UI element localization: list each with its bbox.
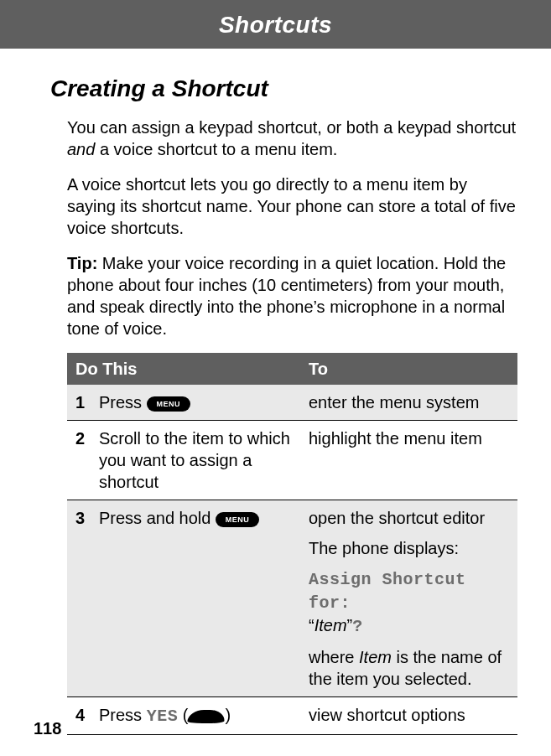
item-placeholder: Item [314, 616, 347, 634]
header-title: Shortcuts [219, 12, 332, 38]
tip-body: Make your voice recording in a quiet loc… [67, 254, 506, 338]
step-action: Press MENU [91, 385, 300, 421]
action-prefix: Press [99, 393, 147, 412]
instruction-table: Do This To 1 Press MENU enter the menu s… [67, 353, 517, 735]
softkey-icon [188, 710, 226, 723]
action-prefix: Press [99, 706, 147, 724]
step-action: Scroll to the item to which you want to … [91, 420, 300, 500]
where-b: Item [359, 648, 392, 666]
paragraph-tip: Tip: Make your voice recording in a quie… [67, 252, 517, 339]
step-action: Press YES () [91, 696, 300, 734]
assign-label: Assign Shortcut for: [309, 570, 466, 613]
step-result: open the shortcut editor The phone displ… [300, 500, 517, 696]
table-row: 1 Press MENU enter the menu system [67, 385, 517, 421]
question-mark: ? [352, 617, 363, 636]
p1-text-a: You can assign a keypad shortcut, or bot… [67, 118, 516, 137]
step-number: 2 [67, 420, 91, 500]
result-line: open the shortcut editor [309, 507, 509, 529]
menu-key-icon: MENU [216, 512, 259, 527]
step-result: view shortcut options [300, 696, 517, 734]
quote-open: “ [309, 616, 314, 634]
p1-text-b: and [67, 140, 95, 158]
page-number: 118 [34, 717, 61, 739]
step-result: enter the menu system [300, 385, 517, 421]
table-header-row: Do This To [67, 353, 517, 385]
p1-text-c: a voice shortcut to a menu item. [95, 140, 337, 158]
step-number: 1 [67, 385, 91, 421]
result-where: where Item is the name of the item you s… [309, 646, 509, 690]
menu-key-icon: MENU [147, 396, 190, 412]
step-result: highlight the menu item [300, 420, 517, 500]
table-row: 3 Press and hold MENU open the shortcut … [67, 500, 517, 696]
result-line: The phone displays: [309, 537, 509, 559]
paragraph-1: You can assign a keypad shortcut, or bot… [67, 117, 517, 160]
where-a: where [309, 648, 359, 666]
tip-label: Tip: [67, 254, 97, 272]
table-row: 4 Press YES () view shortcut options [67, 696, 517, 734]
section-title: Creating a Shortcut [50, 74, 517, 104]
result-display: Assign Shortcut for: “Item”? [309, 567, 509, 638]
action-prefix: Press and hold [99, 509, 216, 527]
yes-label: YES [147, 707, 179, 726]
paren-close: ) [225, 706, 231, 724]
col-do-this: Do This [67, 353, 300, 385]
step-number: 4 [67, 696, 91, 734]
step-action: Press and hold MENU [91, 500, 300, 696]
paragraph-2: A voice shortcut lets you go directly to… [67, 173, 517, 239]
table-row: 2 Scroll to the item to which you want t… [67, 420, 517, 500]
col-to: To [300, 353, 517, 385]
page-content: Creating a Shortcut You can assign a key… [0, 49, 551, 734]
header-band: Shortcuts [0, 0, 551, 49]
step-number: 3 [67, 500, 91, 696]
